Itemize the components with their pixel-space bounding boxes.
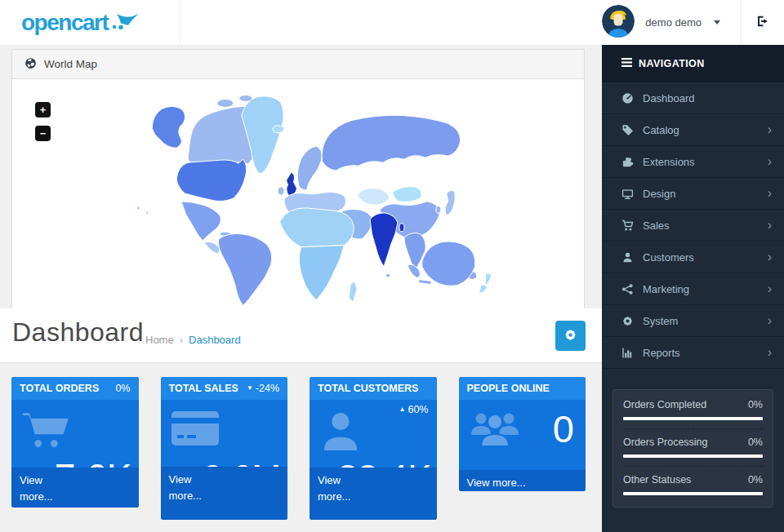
sidebar-item-label: Reports — [643, 347, 759, 359]
top-bar: opencart demo demo — [0, 0, 784, 45]
view-more-link[interactable]: View more... — [318, 472, 357, 505]
tile-header: TOTAL ORDERS 0% — [11, 377, 139, 400]
brand-text: opencart — [21, 11, 108, 34]
tile-header: PEOPLE ONLINE — [459, 377, 586, 400]
progress-bar — [623, 492, 763, 495]
world-map-body: + − — [12, 79, 584, 308]
tile-title: TOTAL CUSTOMERS — [318, 383, 418, 394]
opencart-logo[interactable]: opencart — [0, 0, 180, 45]
sidebar-item-label: Dashboard — [643, 92, 772, 104]
settings-button[interactable] — [555, 321, 586, 351]
tile-title: TOTAL SALES — [169, 383, 238, 394]
navigation-header: NAVIGATION — [602, 45, 784, 82]
page-title: Dashboard — [12, 317, 144, 348]
cart-icon — [22, 411, 69, 449]
stat-tile-people-online: PEOPLE ONLINE 0 View more... — [459, 377, 586, 491]
view-more-link[interactable]: View more... — [467, 475, 578, 491]
users-icon — [470, 408, 520, 447]
tile-footer: View more... — [459, 470, 586, 491]
page-header: Dashboard Home › Dashboard — [0, 308, 602, 363]
breadcrumb-current[interactable]: Dashboard — [189, 334, 241, 346]
tile-footer: View more... — [161, 467, 288, 520]
tile-change: 0% — [113, 383, 130, 394]
sidebar-item-label: Design — [643, 188, 759, 200]
caret-down-icon — [714, 20, 720, 24]
sidebar-item-extensions[interactable]: Extensions › — [602, 146, 784, 178]
stat-row-other-statuses: Other Statuses 0% — [623, 466, 763, 503]
share-icon — [621, 283, 634, 295]
world-map-panel: World Map — [11, 49, 585, 309]
monitor-icon — [621, 188, 634, 200]
world-map-panel-header: World Map — [12, 50, 584, 79]
sidebar: NAVIGATION Dashboard Catalog › Extension… — [602, 45, 784, 532]
chevron-right-icon: › — [768, 250, 772, 264]
sidebar-item-dashboard[interactable]: Dashboard — [602, 82, 784, 114]
sidebar-item-catalog[interactable]: Catalog › — [602, 114, 784, 146]
stat-row-orders-processing: Orders Processing 0% — [623, 428, 763, 466]
gear-icon — [621, 315, 634, 327]
puzzle-icon — [621, 156, 634, 168]
sidebar-item-label: Extensions — [643, 156, 759, 168]
user-icon — [320, 411, 361, 452]
navigation-title: NAVIGATION — [639, 58, 705, 69]
stat-tiles: TOTAL ORDERS 0% 7.6K View more... TOTAL … — [11, 377, 586, 520]
chevron-right-icon: › — [768, 346, 772, 359]
avatar — [602, 5, 635, 41]
breadcrumb-home[interactable]: Home — [145, 334, 174, 346]
stat-tile-total-sales: TOTAL SALES ▼ -24% 9.6M View more... — [161, 377, 288, 520]
chevron-right-icon: › — [768, 155, 772, 168]
panel-title: World Map — [44, 58, 97, 70]
tile-change-value: 60% — [408, 404, 428, 415]
stat-value: 0% — [748, 399, 763, 410]
sidebar-item-design[interactable]: Design › — [602, 178, 784, 210]
tile-title: TOTAL ORDERS — [20, 383, 99, 394]
map-zoom-in-button[interactable]: + — [35, 102, 51, 117]
hamburger-icon — [621, 58, 632, 69]
stat-row-orders-completed: Orders Completed 0% — [623, 392, 763, 428]
sidebar-item-sales[interactable]: Sales › — [602, 210, 784, 242]
user-menu[interactable]: demo demo — [602, 0, 742, 45]
stat-value: 0% — [748, 437, 763, 448]
view-more-link[interactable]: View more... — [20, 472, 59, 505]
tile-footer: View more... — [11, 468, 139, 508]
progress-bar — [623, 417, 763, 420]
logout-button[interactable] — [741, 0, 784, 45]
tile-change: ▼ -24% — [247, 383, 279, 394]
bar-chart-icon — [621, 347, 634, 359]
chevron-right-icon: › — [768, 314, 772, 327]
sidebar-item-label: Sales — [643, 219, 759, 232]
stat-tile-total-customers: TOTAL CUSTOMERS ▲ 60% 83.4K View more... — [310, 377, 437, 520]
globe-icon — [24, 57, 37, 72]
view-more-link[interactable]: View more... — [169, 472, 208, 504]
trend-up-icon: ▲ — [399, 406, 406, 413]
tile-header: TOTAL CUSTOMERS — [310, 377, 437, 400]
stat-value: 0% — [748, 474, 763, 485]
user-name: demo demo — [645, 16, 702, 29]
main-content: World Map — [0, 45, 602, 532]
sidebar-item-system[interactable]: System › — [602, 305, 784, 337]
order-status-panel: Orders Completed 0% Orders Processing 0%… — [612, 389, 773, 508]
sign-out-icon — [756, 15, 769, 31]
user-icon — [621, 251, 634, 264]
stat-label: Orders Processing — [623, 437, 708, 448]
world-map[interactable] — [12, 79, 584, 308]
trend-down-icon: ▼ — [247, 385, 253, 392]
tag-icon — [621, 124, 634, 136]
chevron-right-icon: › — [768, 219, 772, 232]
sidebar-item-label: System — [643, 315, 759, 327]
sidebar-item-label: Marketing — [643, 283, 759, 295]
gear-icon — [564, 328, 577, 344]
tile-change-value: 0% — [115, 383, 130, 394]
tile-change: ▲ 60% — [399, 404, 429, 415]
cart-icon — [621, 219, 634, 232]
stat-label: Other Statuses — [623, 474, 691, 485]
tile-title: PEOPLE ONLINE — [467, 383, 550, 394]
sidebar-item-marketing[interactable]: Marketing › — [602, 273, 784, 305]
chevron-right-icon: › — [768, 282, 772, 295]
progress-bar — [623, 454, 763, 458]
map-zoom-out-button[interactable]: − — [35, 126, 51, 141]
sidebar-item-reports[interactable]: Reports › — [602, 337, 784, 369]
dashboard-icon — [621, 92, 634, 104]
sidebar-item-label: Catalog — [643, 124, 759, 136]
sidebar-item-customers[interactable]: Customers › — [602, 242, 784, 273]
